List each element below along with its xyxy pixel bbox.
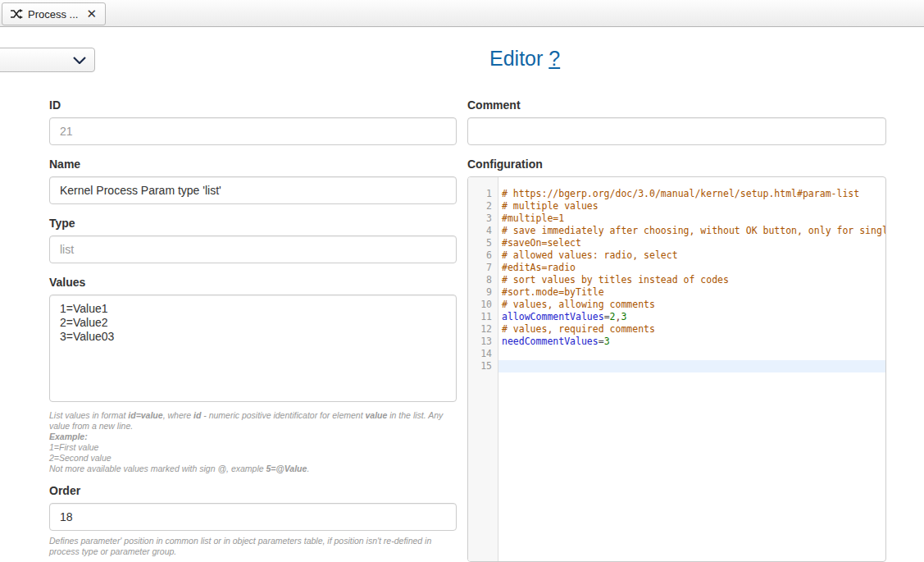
editor-code-area[interactable]: # https://bgerp.org/doc/3.0/manual/kerne… (498, 177, 885, 561)
id-label: ID (49, 98, 61, 112)
configuration-label: Configuration (467, 158, 543, 171)
help-link[interactable]: ? (548, 47, 560, 70)
id-field[interactable] (49, 117, 457, 145)
tab-process[interactable]: Process ... ✕ (2, 2, 106, 25)
page-title: Editor ? (489, 47, 560, 71)
values-field[interactable]: 1=Value1 2=Value2 3=Value03 (49, 295, 457, 402)
tab-bar: Process ... ✕ (0, 0, 924, 27)
chevron-down-icon (73, 57, 86, 64)
order-help-text: Defines parameter' position in common li… (49, 536, 463, 557)
configuration-editor[interactable]: 123456789101112131415 # https://bgerp.or… (467, 176, 886, 562)
name-field[interactable] (49, 176, 457, 204)
editor-page: { "tab_bar": { "tab": { "label": "Proces… (0, 0, 924, 562)
shuffle-icon (11, 9, 23, 19)
comment-field[interactable] (467, 117, 886, 145)
type-field[interactable] (49, 235, 457, 263)
page-title-text: Editor (489, 47, 543, 70)
comment-label: Comment (467, 98, 521, 112)
tab-close-icon[interactable]: ✕ (86, 7, 97, 21)
order-field[interactable] (49, 503, 457, 531)
type-label: Type (49, 217, 75, 230)
editor-line-numbers: 123456789101112131415 (468, 177, 498, 561)
values-help-text: List values in format id=value, where id… (49, 410, 463, 474)
values-label: Values (49, 276, 85, 289)
type-select[interactable] (0, 48, 95, 72)
name-label: Name (49, 158, 80, 171)
tab-label: Process ... (28, 8, 78, 21)
order-label: Order (49, 484, 80, 497)
